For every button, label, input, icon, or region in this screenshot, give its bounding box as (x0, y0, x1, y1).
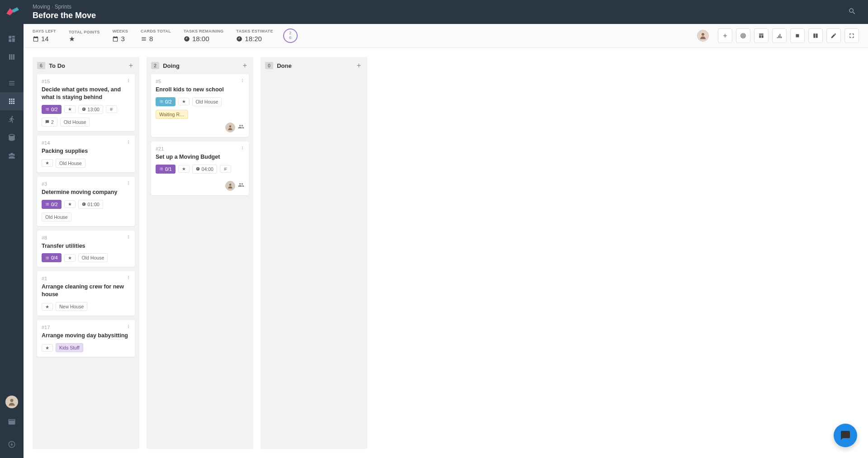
assignee-avatar[interactable] (225, 181, 235, 191)
card-id: #5 (156, 79, 244, 84)
nav-billing[interactable] (0, 413, 24, 431)
card-title: Determine moving company (42, 189, 130, 196)
card-title: Arrange cleaning crew for new house (42, 283, 130, 298)
columns-button[interactable] (808, 28, 823, 43)
card-title: Decide what gets moved, and what is stay… (42, 86, 130, 101)
card-id: #17 (42, 325, 130, 330)
card[interactable]: #15 Decide what gets moved, and what is … (37, 74, 135, 131)
tag-badge: Waiting R… (156, 110, 188, 119)
fullscreen-button[interactable] (844, 28, 859, 43)
tasks-badge: 0/2 (156, 97, 175, 106)
desc-badge (106, 105, 117, 113)
search-icon[interactable] (845, 5, 859, 20)
card-menu[interactable] (126, 180, 131, 187)
page-title: Before the Move (33, 11, 845, 20)
add-button[interactable] (718, 28, 732, 43)
chat-fab[interactable] (834, 424, 857, 447)
stat-cards-total: CARDS TOTAL 8 (141, 29, 171, 42)
clock-icon (236, 36, 242, 42)
card-menu[interactable] (240, 145, 245, 151)
column: 2 Doing + #5 Enroll kids to new school 0… (147, 57, 253, 449)
card[interactable]: #21 Set up a Moving Budget 0/104:00 (151, 142, 249, 195)
nav-dashboard[interactable] (0, 30, 24, 48)
nav-activity[interactable] (0, 110, 24, 128)
focus-button[interactable] (736, 28, 750, 43)
card[interactable]: #8 Transfer utilities 0/4Old House (37, 231, 135, 267)
points-badge (42, 303, 53, 311)
star-icon (69, 36, 75, 42)
card[interactable]: #5 Enroll kids to new school 0/2Old Hous… (151, 74, 249, 137)
card[interactable]: #14 Packing supplies Old House (37, 136, 135, 172)
nav-logout[interactable] (0, 435, 24, 453)
nav-sprints[interactable] (0, 92, 24, 110)
group-icon[interactable] (238, 182, 244, 190)
card-menu[interactable] (126, 139, 131, 146)
tag-badge: Old House (60, 118, 90, 127)
tag-badge: Kids Stuff (56, 343, 83, 352)
group-icon[interactable] (238, 123, 244, 132)
points-badge (64, 254, 76, 262)
chart-button[interactable] (772, 28, 787, 43)
column-count: 2 (151, 62, 159, 69)
add-card-button[interactable]: + (355, 61, 363, 70)
tag-badge: Old House (42, 212, 71, 222)
card-title: Arrange moving day babysitting (42, 332, 130, 340)
nav-data[interactable] (0, 128, 24, 146)
column-title: Done (277, 62, 355, 69)
points-badge (178, 98, 190, 105)
points-badge (64, 105, 76, 113)
points-badge (42, 344, 53, 352)
board: 6 To Do + #15 Decide what gets moved, an… (24, 48, 868, 458)
stat-days-left: DAYS LEFT 14 (33, 29, 56, 42)
points-badge (42, 159, 53, 167)
add-card-button[interactable]: + (127, 61, 135, 70)
card-id: #3 (42, 181, 130, 187)
card-menu[interactable] (126, 234, 131, 241)
card-id: #14 (42, 140, 130, 146)
user-avatar[interactable] (5, 396, 18, 408)
card-title: Packing supplies (42, 147, 130, 155)
nav-list[interactable] (0, 74, 24, 92)
clock-icon (184, 36, 190, 42)
column-title: To Do (49, 62, 127, 69)
stat-total-points: TOTAL POINTS (69, 30, 100, 42)
column: 0 Done + (261, 57, 367, 449)
nav-team[interactable] (0, 146, 24, 165)
stop-button[interactable] (790, 28, 805, 43)
card-id: #1 (42, 276, 130, 281)
time-badge: 01:00 (78, 200, 103, 209)
card[interactable]: #3 Determine moving company 0/201:00Old … (37, 177, 135, 226)
retro-button[interactable] (754, 28, 768, 43)
stat-tasks-estimate: TASKS ESTIMATE 18:20 (236, 29, 273, 42)
assignee-avatar[interactable] (697, 30, 709, 42)
edit-button[interactable] (826, 28, 841, 43)
tag-badge: Old House (192, 97, 222, 106)
logo (4, 5, 20, 16)
calendar-icon (112, 36, 119, 42)
comments-badge: 2 (42, 118, 57, 127)
card-menu[interactable] (126, 78, 131, 84)
card-menu[interactable] (126, 324, 131, 330)
add-card-button[interactable]: + (241, 61, 249, 70)
progress-ring[interactable]: 2 6 (283, 28, 298, 43)
assignee-avatar[interactable] (225, 123, 235, 132)
toolbar (718, 28, 859, 43)
card[interactable]: #1 Arrange cleaning crew for new house N… (37, 271, 135, 316)
stat-tasks-remaining: TASKS REMAINING 18:00 (184, 29, 223, 42)
list-icon (141, 36, 147, 42)
tasks-badge: 0/1 (156, 165, 175, 174)
column-title: Doing (163, 62, 241, 69)
nav-boards[interactable] (0, 48, 24, 66)
card[interactable]: #17 Arrange moving day babysitting Kids … (37, 320, 135, 357)
tag-badge: Old House (78, 253, 108, 262)
desc-badge (220, 165, 231, 173)
column: 6 To Do + #15 Decide what gets moved, an… (33, 57, 139, 449)
tasks-badge: 0/2 (42, 200, 62, 209)
card-menu[interactable] (240, 78, 245, 84)
card-menu[interactable] (126, 275, 131, 281)
sidebar (0, 0, 24, 458)
card-id: #15 (42, 79, 130, 84)
card-id: #21 (156, 146, 244, 151)
breadcrumb[interactable]: Moving · Sprints (33, 4, 845, 10)
points-badge (178, 165, 190, 173)
